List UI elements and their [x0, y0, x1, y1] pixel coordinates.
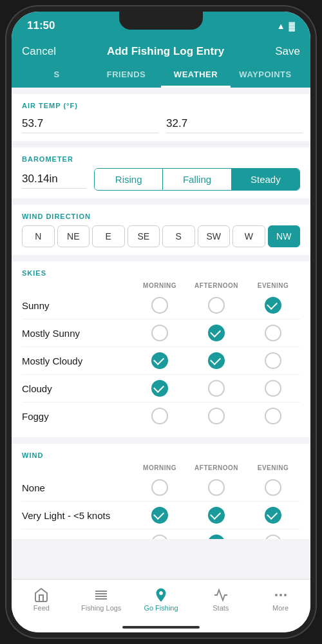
wind-very-light-evening-radio[interactable] [265, 507, 281, 524]
barometer-rising-btn[interactable]: Rising [95, 169, 163, 190]
skies-sunny-afternoon-radio[interactable] [208, 297, 225, 314]
wind-light-morning-radio[interactable] [151, 535, 168, 539]
skies-label: SKIES [22, 269, 300, 277]
barometer-row: Rising Falling Steady [22, 168, 300, 191]
header: Cancel Add Fishing Log Entry Save S FRIE… [12, 40, 310, 88]
wind-very-light-morning-radio[interactable] [151, 507, 168, 524]
skies-sunny-morning-radio[interactable] [151, 297, 168, 314]
wind-dir-s[interactable]: S [162, 225, 195, 247]
skies-mostly-sunny-evening-cell [246, 325, 300, 341]
tab-fishing-logs[interactable]: Fishing Logs [71, 585, 131, 614]
barometer-steady-btn[interactable]: Steady [232, 169, 299, 190]
skies-foggy-afternoon-radio[interactable] [208, 408, 225, 424]
bottom-tab-bar: Feed Fishing Logs Go Fishing Stats [12, 579, 310, 632]
wind-col-afternoon: AFTERNOON [189, 464, 243, 471]
skies-foggy-morning-radio[interactable] [151, 408, 168, 424]
page-title: Add Fishing Log Entry [107, 45, 224, 58]
skies-mostly-cloudy-afternoon-radio[interactable] [208, 352, 225, 369]
skies-row-mostly-sunny: Mostly Sunny [22, 319, 300, 347]
wind-none-morning-radio[interactable] [151, 479, 168, 496]
skies-row-foggy: Foggy [22, 402, 300, 430]
wind-none-afternoon-radio[interactable] [208, 479, 225, 496]
skies-mostly-sunny-morning-radio[interactable] [151, 325, 168, 341]
wind-label: WIND [22, 451, 300, 459]
skies-sunny-afternoon-cell [189, 297, 243, 314]
go-fishing-icon [153, 587, 169, 603]
cancel-button[interactable]: Cancel [22, 45, 56, 58]
skies-foggy-evening-cell [246, 408, 300, 424]
wind-section: WIND MORNING AFTERNOON EVENING None Very… [12, 444, 310, 539]
save-button[interactable]: Save [275, 45, 300, 58]
header-nav: Cancel Add Fishing Log Entry Save [22, 45, 300, 63]
skies-foggy-evening-radio[interactable] [265, 408, 281, 424]
wind-light-afternoon-radio[interactable] [208, 535, 225, 539]
svg-point-4 [159, 592, 162, 595]
skies-mostly-cloudy-morning-cell [133, 352, 187, 369]
svg-point-5 [275, 594, 278, 596]
wind-direction-buttons: N NE E SE S SW W NW [22, 225, 300, 247]
phone-frame: 11:50 ▲ ▓ Cancel Add Fishing Log Entry S… [6, 6, 316, 638]
tab-more[interactable]: More [251, 585, 310, 614]
tab-go-fishing[interactable]: Go Fishing [131, 585, 191, 614]
air-temp-input-1[interactable] [22, 115, 158, 133]
skies-mostly-cloudy-label: Mostly Cloudy [22, 355, 130, 366]
tab-feed[interactable]: Feed [12, 585, 71, 614]
wind-dir-ne[interactable]: NE [57, 225, 90, 247]
skies-mostly-cloudy-morning-radio[interactable] [151, 352, 168, 369]
tab-weather[interactable]: WEATHER [161, 63, 231, 88]
wind-col-label [22, 464, 130, 471]
skies-cloudy-evening-cell [246, 380, 300, 397]
stats-icon [213, 587, 229, 603]
skies-row-cloudy: Cloudy [22, 375, 300, 402]
barometer-input[interactable] [22, 170, 86, 189]
feed-icon [33, 587, 49, 603]
skies-mostly-sunny-afternoon-radio[interactable] [208, 325, 225, 341]
go-fishing-tab-label: Go Fishing [144, 604, 178, 612]
wind-dir-e[interactable]: E [92, 225, 125, 247]
skies-mostly-sunny-morning-cell [133, 325, 187, 341]
wind-dir-n[interactable]: N [22, 225, 55, 247]
air-temp-input-2[interactable] [166, 115, 303, 133]
skies-mostly-sunny-evening-radio[interactable] [265, 325, 281, 341]
skies-cloudy-afternoon-radio[interactable] [208, 380, 225, 397]
wind-none-evening-radio[interactable] [265, 479, 281, 496]
wind-light-label: Light - 5 to 10 knots [22, 538, 130, 540]
wind-col-evening: EVENING [246, 464, 300, 471]
svg-point-7 [284, 594, 287, 596]
skies-sunny-morning-cell [133, 297, 187, 314]
wind-light-evening-radio[interactable] [265, 535, 281, 539]
svg-point-6 [279, 594, 282, 596]
wind-dir-nw[interactable]: NW [268, 225, 301, 247]
skies-cloudy-label: Cloudy [22, 383, 130, 394]
skies-cloudy-evening-radio[interactable] [265, 380, 281, 397]
skies-sunny-evening-radio[interactable] [265, 297, 281, 314]
tab-stats[interactable]: Stats [191, 585, 251, 614]
barometer-section: BAROMETER Rising Falling Steady [12, 147, 310, 198]
skies-foggy-afternoon-cell [189, 408, 243, 424]
skies-cloudy-morning-radio[interactable] [151, 380, 168, 397]
stats-tab-label: Stats [213, 604, 229, 612]
tab-waypoints[interactable]: WAYPOINTS [231, 63, 300, 88]
skies-mostly-cloudy-evening-radio[interactable] [265, 352, 281, 369]
tab-friends[interactable]: FRIENDS [91, 63, 161, 88]
tab-s[interactable]: S [22, 63, 91, 88]
content: AIR TEMP (°F) BAROMETER Rising Falling S… [12, 88, 310, 539]
fishing-logs-icon [93, 587, 109, 603]
wind-dir-sw[interactable]: SW [198, 225, 231, 247]
skies-sunny-label: Sunny [22, 300, 130, 311]
skies-col-label [22, 282, 130, 289]
barometer-falling-btn[interactable]: Falling [163, 169, 231, 190]
more-icon [273, 587, 289, 603]
air-temp-section: AIR TEMP (°F) [12, 94, 310, 141]
air-temp-inputs [22, 115, 300, 133]
status-icons: ▲ ▓ [277, 21, 295, 31]
feed-tab-label: Feed [33, 604, 50, 612]
wind-row-light: Light - 5 to 10 knots [22, 529, 300, 539]
skies-mostly-sunny-afternoon-cell [189, 325, 243, 341]
wind-very-light-afternoon-radio[interactable] [208, 507, 225, 524]
wind-dir-se[interactable]: SE [128, 225, 160, 247]
barometer-label: BAROMETER [22, 155, 300, 163]
wind-dir-w[interactable]: W [232, 225, 265, 247]
tab-bar: S FRIENDS WEATHER WAYPOINTS [22, 63, 300, 88]
skies-mostly-cloudy-evening-cell [246, 352, 300, 369]
